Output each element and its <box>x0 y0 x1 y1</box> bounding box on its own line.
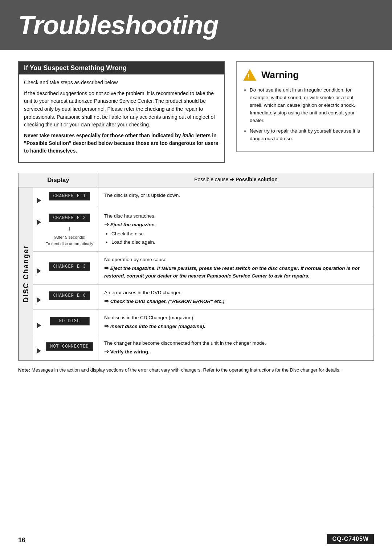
warning-title: Warning <box>243 68 367 82</box>
main-content: If You Suspect Something Wrong Check and… <box>0 61 392 374</box>
solution-text: The changer has become disconnected from… <box>104 340 266 346</box>
cell-display-inner: NOT CONNECTED <box>37 342 94 354</box>
page-title: Troubleshooting <box>18 10 374 40</box>
arrow-right-icon: ⇒ <box>104 323 109 329</box>
suspect-body: Check and take steps as described below.… <box>19 74 224 162</box>
col-cause-solution: Possible cause ➨ Possible solution <box>98 173 373 187</box>
triangle-col <box>37 192 45 203</box>
error-table: Display Possible cause ➨ Possible soluti… <box>18 173 374 361</box>
cell-display-inner: CHANGER E 1 <box>37 192 94 203</box>
cell-display-inner: CHANGER E 3 <box>37 262 94 274</box>
solution-text: No disc is in the CD Changer (magazine). <box>104 315 195 320</box>
solution-text: No operation by some cause. <box>104 257 168 262</box>
row-arrow-icon <box>37 348 41 354</box>
cell-display-inner: CHANGER E 2 ↓ (After 5 seconds) To next … <box>37 214 94 246</box>
cell-display-inner: NO DISC <box>37 317 94 328</box>
arrow-note1: (After 5 seconds) <box>54 235 86 239</box>
badges-col: CHANGER E 3 <box>45 262 94 271</box>
warning-item-1: Do not use the unit in an irregular cond… <box>250 86 367 125</box>
solution-text-e1: The disc is dirty, or is upside down. <box>104 193 180 198</box>
row-arrow-icon <box>37 323 41 328</box>
suspect-para1: Check and take steps as described below. <box>24 79 219 87</box>
solution-italic: Insert discs into the changer (magazine)… <box>110 324 205 329</box>
badges-col: NO DISC <box>45 317 94 325</box>
warning-box: Warning Do not use the unit in an irregu… <box>236 61 374 152</box>
solution-italic: Eject the magazine. If failure persists,… <box>104 266 359 279</box>
cell-display-nodisc: NO DISC <box>33 310 98 335</box>
suspect-para2: If the described suggestions do not solv… <box>24 90 219 129</box>
page: Troubleshooting If You Suspect Something… <box>0 0 392 555</box>
cell-solution-nodisc: No disc is in the CD Changer (magazine).… <box>98 310 373 335</box>
disc-changer-label: DISC Changer <box>19 187 33 360</box>
badges-col: CHANGER E 6 <box>45 291 94 300</box>
arrow-right-icon: ⇒ <box>104 298 109 304</box>
suspect-section: If You Suspect Something Wrong Check and… <box>18 61 225 163</box>
solution-italic: Eject the magazine. <box>110 222 156 227</box>
table-row: NO DISC No disc is in the CD Changer (ma… <box>33 310 373 335</box>
table-header: Display Possible cause ➨ Possible soluti… <box>19 173 373 187</box>
table-row: CHANGER E 6 An error arises in the DVD c… <box>33 285 373 310</box>
arrow-right-icon: ⇒ <box>104 265 109 271</box>
possible-cause-label: Possible cause <box>194 177 230 182</box>
cell-display-e6: CHANGER E 6 <box>33 285 98 310</box>
arrow-right-icon: ⇒ <box>104 221 109 227</box>
triangle-col <box>37 262 45 274</box>
cell-solution-e3: No operation by some cause. ⇒ Eject the … <box>98 252 373 284</box>
row-arrow-icon <box>37 268 41 274</box>
table-row: CHANGER E 1 The disc is dirty, or is ups… <box>33 187 373 208</box>
bullet-list: Check the disc. Load the disc again. <box>104 230 368 246</box>
table-row: CHANGER E 3 No operation by some cause. … <box>33 252 373 285</box>
display-badge-notconnected: NOT CONNECTED <box>46 342 93 351</box>
page-number: 16 <box>18 536 25 544</box>
solution-italic: Check the DVD changer. ("REGION ERROR" e… <box>110 299 224 304</box>
arrow-right-icon: ⇒ <box>104 348 109 355</box>
triangle-col <box>37 342 45 354</box>
warning-list: Do not use the unit in an irregular cond… <box>243 86 367 142</box>
cell-display-notconnected: NOT CONNECTED <box>33 335 98 360</box>
display-badge: CHANGER E 6 <box>49 291 90 300</box>
solution-text: The disc has scratches. <box>104 213 156 219</box>
table-rows: CHANGER E 1 The disc is dirty, or is ups… <box>33 187 373 360</box>
warning-section: Warning Do not use the unit in an irregu… <box>236 61 374 152</box>
arrow-icon: ➨ <box>230 177 234 182</box>
table-row: NOT CONNECTED The changer has become dis… <box>33 335 373 360</box>
triangle-col <box>37 214 45 225</box>
display-badge: CHANGER E 3 <box>49 262 90 271</box>
model-badge: CQ-C7405W <box>327 534 374 544</box>
badges-col: NOT CONNECTED <box>45 342 94 351</box>
solution-bold: Verify the wiring. <box>110 349 150 355</box>
bottom-note: Note: Messages in the action and display… <box>18 366 374 374</box>
cell-display-inner: CHANGER E 6 <box>37 291 94 303</box>
warning-triangle-icon <box>243 69 256 81</box>
display-badge: CHANGER E 2 <box>49 214 90 222</box>
row-arrow-icon <box>37 297 41 303</box>
row-arrow-icon <box>37 219 41 225</box>
badges-col: CHANGER E 2 ↓ (After 5 seconds) To next … <box>45 214 94 246</box>
header-banner: Troubleshooting <box>0 0 392 50</box>
display-badge: NO DISC <box>50 317 90 325</box>
arrow-down-icon: ↓ <box>68 224 71 232</box>
solution-text: An error arises in the DVD changer. <box>104 290 181 295</box>
triangle-col <box>37 317 45 328</box>
page-footer: 16 CQ-C7405W <box>0 530 392 548</box>
warning-label: Warning <box>261 68 299 82</box>
table-body: DISC Changer CHANGER E 1 <box>19 187 373 360</box>
suspect-heading: If You Suspect Something Wrong <box>19 62 224 74</box>
possible-solution-label: Possible solution <box>236 177 278 182</box>
display-badge: CHANGER E 1 <box>49 192 90 200</box>
cell-display-e3: CHANGER E 3 <box>33 252 98 284</box>
list-item: Check the disc. <box>111 230 368 238</box>
note-text: Messages in the action and display secti… <box>30 367 340 373</box>
row-arrow-icon <box>37 198 41 203</box>
note-label: Note: <box>18 367 30 373</box>
arrow-note2: To next disc automatically <box>46 242 93 246</box>
triangle-col <box>37 291 45 303</box>
cell-display-e1: CHANGER E 1 <box>33 187 98 208</box>
suspect-box: If You Suspect Something Wrong Check and… <box>18 61 225 163</box>
cell-display-e2: CHANGER E 2 ↓ (After 5 seconds) To next … <box>33 208 98 251</box>
table-row: CHANGER E 2 ↓ (After 5 seconds) To next … <box>33 208 373 252</box>
badges-col: CHANGER E 1 <box>45 192 94 200</box>
col-display: Display <box>19 173 98 187</box>
suspect-bold-warning: Never take measures especially for those… <box>24 132 219 155</box>
cell-solution-e2: The disc has scratches. ⇒ Eject the maga… <box>98 208 373 251</box>
